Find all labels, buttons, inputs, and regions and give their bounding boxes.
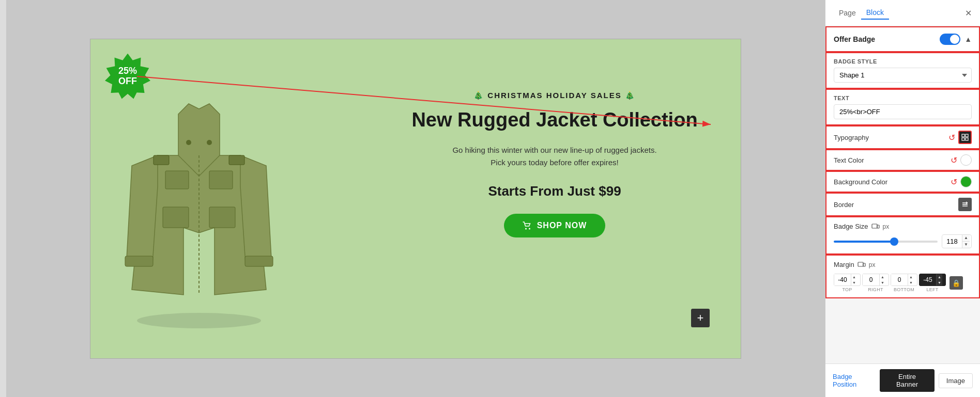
badge-size-down-arrow[interactable]: ▼: [962, 242, 970, 248]
canvas-area: 25% OFF: [6, 0, 825, 397]
margin-top-down[interactable]: ▼: [851, 280, 857, 285]
margin-lock-button[interactable]: 🔒: [950, 276, 963, 290]
badge-style-label: Badge Style: [834, 58, 972, 65]
margin-right-input[interactable]: [863, 274, 879, 285]
svg-point-2: [137, 313, 261, 328]
badge-size-input-wrap: ▲ ▼: [942, 234, 972, 248]
margin-bottom-wrap: ▲ ▼ BOTTOM: [891, 274, 917, 292]
margin-top-up[interactable]: ▲: [851, 274, 857, 280]
tab-page[interactable]: Page: [834, 7, 861, 19]
bg-color-swatch[interactable]: [960, 176, 972, 187]
text-input[interactable]: [834, 104, 972, 119]
badge-size-label: Badge Size: [834, 223, 868, 230]
bg-color-row: Background Color ↺: [825, 171, 980, 193]
margin-right-label: RIGHT: [868, 287, 883, 292]
margin-label: Margin: [834, 261, 854, 268]
margin-top-wrap: ▲ ▼ TOP: [834, 274, 861, 292]
responsive-icon: [871, 223, 880, 230]
margin-right-down[interactable]: ▼: [880, 280, 885, 285]
margin-bottom-up[interactable]: ▲: [908, 274, 914, 280]
svg-rect-19: [966, 138, 968, 140]
svg-rect-26: [877, 225, 879, 228]
shop-now-button[interactable]: SHOP NOW: [504, 214, 606, 237]
text-color-label: Text Color: [834, 156, 864, 164]
svg-rect-16: [962, 134, 964, 137]
jacket-image: [101, 60, 297, 344]
badge-size-slider-row: ▲ ▼: [834, 234, 972, 248]
margin-top-arrows: ▲ ▼: [851, 274, 857, 285]
margin-right-input-row: ▲ ▼: [862, 274, 889, 286]
margin-left-input-row: ▲ ▼: [919, 274, 946, 286]
svg-rect-13: [245, 256, 273, 266]
svg-point-15: [529, 228, 530, 230]
text-color-swatch[interactable]: [960, 154, 972, 166]
offer-badge-title: Offer Badge: [834, 35, 940, 43]
badge-size-input[interactable]: [942, 235, 962, 247]
margin-section: Margin px ▲ ▼ TOP: [825, 255, 980, 298]
badge-size-header: Badge Size px: [834, 223, 972, 230]
margin-top-input[interactable]: [834, 274, 851, 285]
svg-rect-27: [858, 262, 863, 266]
badge-size-slider[interactable]: [834, 241, 938, 243]
margin-bottom-label: BOTTOM: [894, 287, 914, 292]
svg-rect-8: [229, 155, 244, 165]
margin-left-up[interactable]: ▲: [937, 274, 942, 280]
badge-style-select[interactable]: Shape 1 Shape 2 Shape 3: [834, 68, 972, 83]
close-panel-button[interactable]: ✕: [965, 8, 972, 18]
svg-point-10: [186, 140, 191, 145]
badge-size-up-arrow[interactable]: ▲: [962, 235, 970, 242]
image-button[interactable]: Image: [939, 373, 973, 388]
typography-reset-icon[interactable]: ↺: [948, 133, 955, 142]
svg-rect-17: [966, 134, 968, 137]
offer-badge-toggle[interactable]: [940, 34, 960, 45]
margin-left-wrap: ▲ ▼ LEFT: [919, 274, 946, 292]
badge-size-section: Badge Size px ▲ ▼: [825, 216, 980, 255]
margin-header: Margin px: [834, 261, 972, 268]
right-panel: Page Block ✕ Offer Badge ▲ Badge Style S…: [825, 0, 980, 397]
badge-size-arrows: ▲ ▼: [962, 235, 970, 248]
margin-right-up[interactable]: ▲: [880, 274, 885, 280]
bg-color-reset-icon[interactable]: ↺: [951, 177, 957, 187]
text-color-actions: ↺: [951, 154, 972, 166]
typography-label: Typography: [834, 134, 869, 141]
margin-responsive-icon: [858, 261, 866, 268]
bg-color-actions: ↺: [951, 176, 972, 187]
banner-wrapper: 25% OFF: [90, 39, 741, 359]
typography-row: Typography ↺: [825, 125, 980, 149]
margin-left-arrows: ▲ ▼: [936, 274, 942, 285]
collapse-icon[interactable]: ▲: [964, 35, 972, 43]
banner-content: 🎄 CHRISTMAS HOLIDAY SALES 🎄 New Rugged J…: [400, 91, 710, 238]
svg-point-11: [207, 140, 212, 145]
margin-px: px: [869, 261, 876, 268]
entire-banner-button[interactable]: Entire Banner: [880, 369, 935, 392]
panel-body: Offer Badge ▲ Badge Style Shape 1 Shape …: [825, 26, 980, 363]
svg-rect-28: [863, 263, 865, 266]
border-label: Border: [834, 201, 854, 209]
margin-top-label: TOP: [842, 287, 852, 292]
offer-badge-section-header: Offer Badge ▲: [825, 26, 980, 52]
margin-top-input-row: ▲ ▼: [834, 274, 861, 286]
margin-left-input[interactable]: [920, 274, 936, 285]
christmas-label: 🎄 CHRISTMAS HOLIDAY SALES 🎄: [400, 91, 710, 100]
panel-header: Page Block ✕: [825, 0, 980, 26]
badge-style-field: Badge Style Shape 1 Shape 2 Shape 3: [825, 52, 980, 89]
svg-rect-6: [209, 207, 235, 228]
margin-left-down[interactable]: ▼: [937, 280, 942, 285]
text-color-reset-icon[interactable]: ↺: [951, 155, 957, 165]
margin-bottom-arrows: ▲ ▼: [908, 274, 914, 285]
badge-position-footer: Badge Position Entire Banner Image: [825, 363, 980, 397]
margin-bottom-down[interactable]: ▼: [908, 280, 914, 285]
margin-left-label: LEFT: [926, 287, 938, 292]
text-field: TEXT: [825, 89, 980, 125]
badge-position-label: Badge Position: [833, 373, 876, 388]
margin-bottom-input[interactable]: [891, 274, 908, 285]
svg-rect-12: [125, 256, 153, 266]
svg-rect-5: [163, 207, 189, 228]
bg-color-label: Background Color: [834, 178, 887, 186]
svg-rect-3: [165, 171, 189, 189]
tab-block[interactable]: Block: [861, 6, 889, 20]
add-block-button[interactable]: +: [691, 309, 710, 327]
typography-edit-icon[interactable]: [958, 131, 972, 144]
cart-icon: [523, 221, 532, 230]
border-edit-icon[interactable]: [958, 198, 972, 211]
